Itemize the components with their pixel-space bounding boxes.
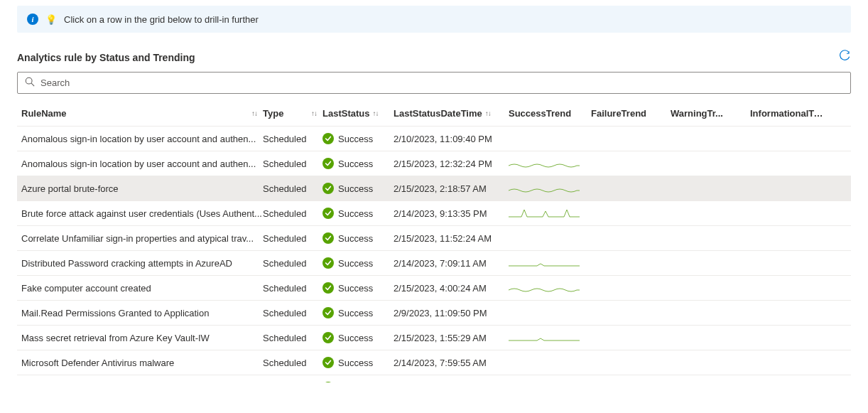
cell-type: Scheduled [263,283,322,294]
table-row[interactable]: Multiple Password Reset by userScheduled… [17,375,851,382]
status-text: Success [338,134,373,144]
cell-rulename: Brute force attack against user credenti… [21,208,263,219]
cell-successtrend [509,157,591,170]
status-text: Success [338,208,373,219]
success-icon [322,158,334,169]
table-body[interactable]: Anomalous sign-in location by user accou… [17,127,851,382]
cell-date: 2/10/2023, 11:09:40 PM [394,134,509,144]
table-row[interactable]: Microsoft Defender Antivirus malwareSche… [17,350,851,375]
cell-status: Success [322,257,394,269]
cell-date: 2/15/2023, 1:55:29 AM [394,333,509,343]
status-text: Success [338,283,373,294]
cell-date: 2/14/2023, 9:13:35 PM [394,208,509,219]
cell-date: 2/15/2023, 2:18:57 AM [394,183,509,194]
status-text: Success [338,333,373,343]
table-row[interactable]: Mass secret retrieval from Azure Key Vau… [17,326,851,350]
success-icon [322,307,334,318]
sort-icon: ↑↓ [251,109,257,117]
section-header: Analytics rule by Status and Trending [17,50,851,65]
status-text: Success [338,183,373,194]
cell-status: Success [322,232,394,244]
sort-icon: ↑↓ [372,109,378,117]
cell-date: 2/15/2023, 12:32:24 PM [394,159,509,169]
undo-icon[interactable] [838,50,851,65]
cell-status: Success [322,282,394,294]
column-header-laststatusdatetime[interactable]: LastStatusDateTime↑↓ [394,108,509,119]
sort-icon: ↑↓ [485,109,491,117]
table-row[interactable]: Anomalous sign-in location by user accou… [17,127,851,151]
search-box[interactable] [17,72,851,94]
success-icon [322,133,334,144]
info-icon: i [27,14,38,25]
sparkline [509,281,580,294]
cell-type: Scheduled [263,358,322,368]
cell-date: 2/15/2023, 11:52:24 AM [394,233,509,244]
column-header-informationaltrend[interactable]: InformationalTr... [750,108,830,119]
cell-status: Success [322,208,394,219]
cell-type: Scheduled [263,258,322,269]
sparkline [509,182,580,195]
cell-date: 2/13/2023, 7:14:18 PM [394,382,509,383]
column-header-laststatus[interactable]: LastStatus↑↓ [322,108,394,119]
cell-rulename: Correlate Unfamiliar sign-in properties … [21,233,263,244]
table-row[interactable]: Brute force attack against user credenti… [17,201,851,226]
cell-rulename: Multiple Password Reset by user [21,382,263,383]
cell-rulename: Fake computer account created [21,283,263,294]
table-row[interactable]: Fake computer account createdScheduledSu… [17,276,851,301]
cell-rulename: Microsoft Defender Antivirus malware [21,358,263,368]
success-icon [322,382,334,382]
cell-rulename: Mass secret retrieval from Azure Key Vau… [21,333,263,343]
sparkline [509,157,580,170]
search-input[interactable] [40,77,843,88]
column-header-successtrend[interactable]: SuccessTrend [509,108,591,119]
cell-rulename: Distributed Password cracking attempts i… [21,258,263,269]
cell-status: Success [322,357,394,368]
table-row[interactable]: Mail.Read Permissions Granted to Applica… [17,301,851,326]
cell-type: Scheduled [263,208,322,219]
cell-date: 2/9/2023, 11:09:50 PM [394,308,509,318]
cell-successtrend [509,207,591,220]
cell-status: Success [322,133,394,144]
cell-successtrend [509,281,591,294]
cell-successtrend [509,257,591,269]
cell-date: 2/15/2023, 4:00:24 AM [394,283,509,294]
cell-successtrend [509,331,591,344]
search-icon [25,77,35,89]
cell-type: Scheduled [263,308,322,318]
success-icon [322,232,334,244]
column-header-type[interactable]: Type↑↓ [263,108,322,119]
success-icon [322,357,334,368]
status-text: Success [338,308,373,318]
cell-type: Scheduled [263,233,322,244]
sort-icon: ↑↓ [311,109,317,117]
status-text: Success [338,358,373,368]
cell-status: Success [322,382,394,382]
svg-point-0 [26,77,32,84]
success-icon [322,282,334,294]
banner-text: Click on a row in the grid below to dril… [64,14,259,25]
cell-rulename: Anomalous sign-in location by user accou… [21,159,263,169]
status-text: Success [338,382,373,383]
cell-date: 2/14/2023, 7:59:55 AM [394,358,509,368]
table-row[interactable]: Anomalous sign-in location by user accou… [17,151,851,176]
table-row[interactable]: Correlate Unfamiliar sign-in properties … [17,226,851,251]
status-text: Success [338,233,373,244]
status-text: Success [338,159,373,169]
column-header-rulename[interactable]: RuleName↑↓ [21,108,263,119]
column-header-warningtrend[interactable]: WarningTr... [671,108,750,119]
analytics-table: RuleName↑↓ Type↑↓ LastStatus↑↓ LastStatu… [17,102,851,382]
success-icon [322,208,334,219]
cell-rulename: Azure portal brute-force [21,183,263,194]
svg-line-1 [31,83,34,86]
sparkline [509,331,580,344]
cell-status: Success [322,183,394,194]
cell-type: Scheduled [263,333,322,343]
table-row[interactable]: Distributed Password cracking attempts i… [17,251,851,276]
sparkline [509,207,580,220]
success-icon [322,183,334,194]
success-icon [322,257,334,269]
status-text: Success [338,258,373,269]
table-row[interactable]: Azure portal brute-forceScheduledSuccess… [17,176,851,201]
cell-status: Success [322,307,394,318]
column-header-failuretrend[interactable]: FailureTrend [591,108,671,119]
